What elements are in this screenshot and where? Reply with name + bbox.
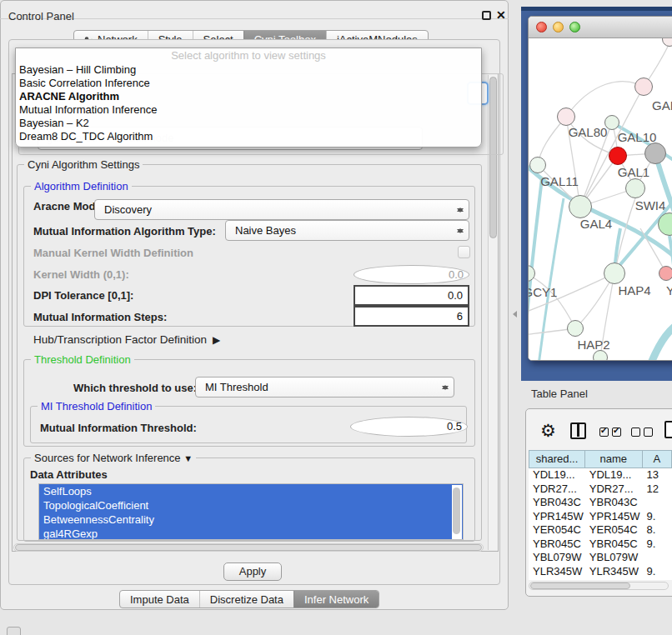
table-panel-title: Table Panel — [531, 388, 588, 400]
minimize-traffic-light-icon[interactable] — [553, 22, 564, 32]
mi-threshold-field[interactable]: 0.5 — [350, 417, 468, 437]
file-icon[interactable] — [664, 421, 672, 438]
network-node-gal4[interactable] — [569, 195, 592, 218]
network-node-gal[interactable] — [634, 78, 653, 96]
list-vertical-scrollbar[interactable] — [452, 485, 462, 540]
table-row[interactable]: YDR27...YDR27...12 — [529, 482, 672, 497]
group-title: Sources for Network Inference ▼ — [31, 452, 196, 464]
table-row[interactable]: YIL052CYIL052C9 — [529, 578, 672, 580]
table-cell: YER054C — [585, 523, 643, 538]
network-node[interactable] — [593, 350, 608, 361]
network-node-hap4[interactable] — [604, 262, 625, 284]
node-label: GAL4 — [580, 217, 612, 231]
kernel-width-field[interactable]: 0.0 — [354, 265, 469, 284]
dpi-tolerance-field[interactable]: 0.0 — [354, 285, 469, 306]
table-header-row: shared...nameA — [529, 450, 672, 468]
combo-value: Naive Bayes — [235, 224, 296, 237]
dropdown-item[interactable]: Bayesian – Hill Climbing — [16, 63, 481, 77]
table-column-header[interactable]: A — [643, 450, 672, 468]
checked-columns-icon[interactable] — [599, 428, 621, 437]
tab-label: Impute Data — [130, 591, 189, 608]
table-cell: 12 — [642, 482, 672, 497]
network-node[interactable] — [609, 147, 627, 165]
apply-button[interactable]: Apply — [223, 562, 282, 581]
combo-value: Discovery — [104, 203, 152, 216]
attribute-list-item[interactable]: SelfLoops — [39, 484, 463, 498]
attribute-list-item[interactable]: gal4RGexp — [39, 527, 463, 540]
dropdown-item[interactable]: ARACNE Algorithm — [16, 90, 481, 103]
network-node-gal10[interactable] — [604, 115, 619, 130]
splitter-handle-icon[interactable] — [509, 311, 517, 318]
attribute-list-item[interactable]: BetweennessCentrality — [39, 512, 463, 527]
tab-infer-network[interactable]: Infer Network — [293, 591, 379, 608]
dropdown-placeholder: Select algorithm to view settings — [16, 48, 481, 63]
scrollbar-thumb[interactable] — [530, 582, 630, 589]
mi-threshold-label: Mutual Information Threshold: — [40, 422, 197, 434]
dropdown-item[interactable]: Dream8 DC_TDC Algorithm — [16, 130, 481, 143]
network-node-y[interactable] — [659, 266, 672, 281]
network-node-gal80[interactable] — [557, 108, 575, 126]
node-label: GCY1 — [529, 285, 557, 299]
data-attributes-list[interactable]: SelfLoopsTopologicalCoefficientBetweenne… — [38, 483, 464, 540]
chevron-right-icon: ▶ — [210, 334, 221, 346]
network-node-hap2[interactable] — [567, 320, 584, 337]
table-horizontal-scrollbar[interactable] — [529, 582, 669, 590]
table-row[interactable]: YBR045CYBR045C9. — [529, 538, 672, 552]
network-node[interactable] — [644, 142, 666, 164]
checkbox-icon — [599, 428, 609, 437]
dropdown-item[interactable]: Bayesian – K2 — [16, 117, 481, 130]
close-traffic-light-icon[interactable] — [536, 22, 547, 32]
dpi-tolerance-label: DPI Tolerance [0,1]: — [33, 289, 133, 302]
table-row[interactable]: YER054CYER054C8. — [529, 523, 672, 538]
unchecked-columns-icon[interactable] — [631, 428, 653, 437]
dropdown-item[interactable]: Basic Correlation Inference — [16, 77, 481, 90]
zoom-traffic-light-icon[interactable] — [569, 22, 580, 32]
table-cell: YBL079W — [529, 551, 585, 565]
network-node-gal11[interactable] — [529, 157, 546, 173]
network-canvas[interactable]: GALGAL80GAL10GAL11GAL1GAL4SWI4GCY1HAP4YH… — [529, 38, 672, 361]
network-window-titlebar — [529, 17, 672, 38]
hub-definition-expander[interactable]: Hub/Transcription Factor Definition ▶ — [33, 333, 220, 346]
tab-discretize-data[interactable]: Discretize Data — [199, 591, 293, 608]
settings-horizontal-scrollbar[interactable] — [13, 543, 484, 552]
mi-steps-label: Mutual Information Steps: — [33, 311, 167, 323]
float-window-icon[interactable] — [482, 11, 491, 20]
table-row[interactable]: YBL079WYBL079W — [529, 551, 672, 565]
manual-kernel-checkbox[interactable] — [458, 246, 470, 258]
chevron-down-icon[interactable]: ▼ — [183, 453, 193, 463]
data-attributes-label: Data Attributes — [30, 468, 108, 481]
dropdown-item[interactable]: Mutual Information Inference — [16, 103, 481, 117]
mi-steps-field[interactable]: 6 — [354, 306, 469, 327]
table-column-header[interactable]: shared... — [529, 450, 585, 468]
panel-grip-button[interactable] — [7, 627, 21, 635]
table-cell: YBR045C — [585, 538, 643, 552]
group-title: Cyni Algorithm Settings — [24, 158, 143, 171]
which-threshold-combo[interactable]: MI Threshold — [195, 377, 454, 398]
aracne-mode-combo[interactable]: Discovery — [94, 199, 469, 220]
tab-impute-data[interactable]: Impute Data — [120, 591, 199, 608]
sources-title: Sources for Network Inference — [34, 452, 181, 464]
table-row[interactable]: YBR043CYBR043C — [529, 496, 672, 510]
node-label: Y — [666, 283, 672, 298]
table-cell: 9 — [642, 578, 672, 580]
split-view-icon[interactable] — [570, 422, 586, 439]
network-node-gal1[interactable] — [625, 178, 645, 198]
table-row[interactable]: YDL19...YDL19...13 — [529, 468, 672, 482]
close-icon[interactable]: ✕ — [496, 8, 506, 22]
table-row[interactable]: YLR345WYLR345W9. — [529, 565, 672, 579]
table-cell: YBR045C — [529, 538, 585, 552]
table-cell: YBR043C — [585, 496, 643, 510]
kernel-width-label: Kernel Width (0,1): — [33, 268, 129, 281]
table-cell: YER054C — [529, 523, 585, 538]
table-column-header[interactable]: name — [585, 450, 643, 468]
node-label: HAP4 — [618, 283, 650, 298]
gear-icon[interactable]: ⚙ — [540, 421, 556, 441]
group-title: Algorithm Definition — [31, 180, 132, 192]
table-row[interactable]: YPR145WYPR145W9. — [529, 510, 672, 524]
attribute-list-item[interactable]: TopologicalCoefficient — [39, 498, 463, 512]
node-label: GAL11 — [540, 174, 579, 188]
mi-type-combo[interactable]: Naive Bayes — [225, 220, 469, 241]
scrollbar-thumb[interactable] — [15, 544, 482, 551]
scrollbar-thumb[interactable] — [453, 488, 460, 534]
table-cell: YBR043C — [529, 496, 585, 510]
